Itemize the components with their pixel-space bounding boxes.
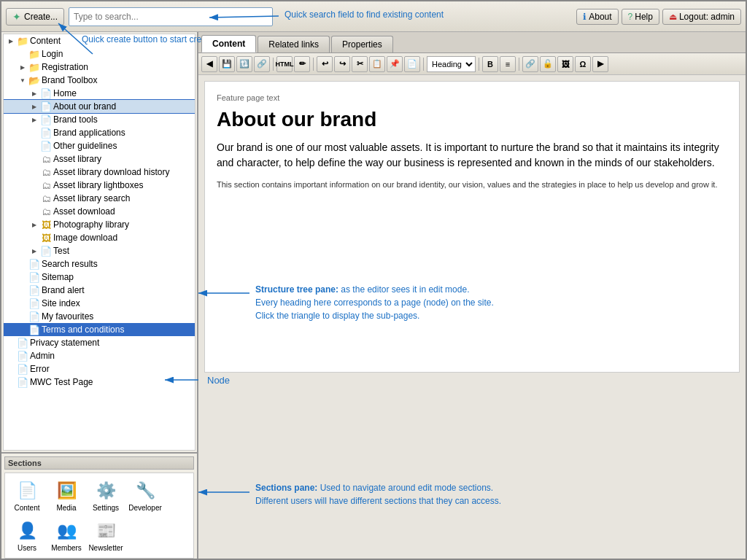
section-icon-settings[interactable]: ⚙️Settings xyxy=(87,476,125,515)
tree-item-error[interactable]: 📄Error xyxy=(4,362,195,376)
logout-label: Logout: admin xyxy=(679,12,735,22)
tab-bar: ContentRelated linksProperties xyxy=(198,32,746,53)
tree-label-photography-library: Photography library xyxy=(53,219,129,230)
about-button[interactable]: ℹ About xyxy=(576,9,618,25)
sep3 xyxy=(423,58,424,71)
tree-label-asset-library: Asset library xyxy=(53,154,101,164)
section-icon-developer[interactable]: 🔧Developer xyxy=(126,476,164,515)
tree-item-brand-applications[interactable]: 📄Brand applications xyxy=(4,126,195,139)
section-icon-label-users: Users xyxy=(18,544,36,552)
tree-item-brand-toolbox[interactable]: ▼📂Brand Toolbox xyxy=(4,74,195,87)
section-icon-img-newsletter: 📰 xyxy=(94,519,117,542)
tree-item-sitemap[interactable]: 📄Sitemap xyxy=(4,271,195,284)
list-button[interactable]: ≡ xyxy=(500,56,516,72)
section-icon-content[interactable]: 📄Content xyxy=(8,476,46,515)
tree-item-test[interactable]: ▶📄Test xyxy=(4,244,195,257)
edit-button[interactable]: ✏ xyxy=(294,56,310,72)
logout-button[interactable]: ⏏ Logout: admin xyxy=(662,9,741,25)
left-panel: ▶📁Content📁Login▶📁Registration▼📂Brand Too… xyxy=(1,32,198,560)
link-button[interactable]: 🔗 xyxy=(254,56,270,72)
tree-item-mwc-test-page[interactable]: 📄MWC Test Page xyxy=(4,376,195,389)
tree-label-test: Test xyxy=(53,246,69,256)
section-icon-img-developer: 🔧 xyxy=(133,479,157,502)
paste2-button[interactable]: 📄 xyxy=(404,56,420,72)
section-icon-img-users: 👤 xyxy=(15,519,39,542)
content-paragraph1: Our brand is one of our most valuable as… xyxy=(217,140,727,171)
image-button[interactable]: 🖼 xyxy=(557,56,573,72)
tree-item-privacy-statement[interactable]: 📄Privacy statement xyxy=(4,336,195,349)
undo-button[interactable]: ↩ xyxy=(317,56,333,72)
tree-item-asset-library-search[interactable]: 🗂Asset library search xyxy=(4,192,195,205)
tree-item-about-our-brand[interactable]: ▶📄About our brand xyxy=(4,100,195,113)
tree-item-brand-alert[interactable]: 📄Brand alert xyxy=(4,284,195,297)
section-icon-img-content: 📄 xyxy=(15,479,39,502)
tree-item-image-download[interactable]: 🖼Image download xyxy=(4,231,195,244)
tree-label-home: Home xyxy=(53,88,77,98)
tree-item-photography-library[interactable]: ▶🖼Photography library xyxy=(4,218,195,231)
sep4 xyxy=(479,58,479,71)
tree-item-asset-library-lightboxes[interactable]: 🗂Asset library lightboxes xyxy=(4,179,195,192)
link2-button[interactable]: 🔗 xyxy=(522,56,538,72)
cut-button[interactable]: ✂ xyxy=(352,56,368,72)
unlink-button[interactable]: 🔓 xyxy=(540,56,556,72)
tree-arrow-registration[interactable]: ▶ xyxy=(18,64,27,71)
tree-icon-search-results: 📄 xyxy=(28,258,40,270)
tree-item-admin[interactable]: 📄Admin xyxy=(4,349,195,362)
tree-label-my-favourites: My favourites xyxy=(42,311,93,322)
tree-item-brand-tools[interactable]: ▶📄Brand tools xyxy=(4,113,195,126)
bold-button[interactable]: B xyxy=(482,56,498,72)
refresh-button[interactable]: 🔃 xyxy=(236,56,252,72)
symbol-button[interactable]: Ω xyxy=(575,56,591,72)
tree-item-home[interactable]: ▶📄Home xyxy=(4,87,195,100)
section-icon-img-members: 👥 xyxy=(55,519,78,542)
section-icon-members[interactable]: 👥Members xyxy=(47,516,85,555)
tree-icon-login: 📁 xyxy=(28,48,40,60)
tree-item-my-favourites[interactable]: 📄My favourites xyxy=(4,310,195,323)
help-button[interactable]: ? Help xyxy=(622,9,659,25)
search-input[interactable] xyxy=(69,7,273,26)
tree-item-terms-and-conditions[interactable]: 📄Terms and conditions xyxy=(4,323,195,336)
tree-icon-brand-alert: 📄 xyxy=(28,284,40,296)
tree-item-site-index[interactable]: 📄Site index xyxy=(4,297,195,310)
tab-related-links[interactable]: Related links xyxy=(258,36,330,52)
redo-button[interactable]: ↪ xyxy=(334,56,350,72)
section-icon-media[interactable]: 🖼️Media xyxy=(47,476,85,515)
tree-icon-site-index: 📄 xyxy=(28,298,40,309)
tree-arrow-test[interactable]: ▶ xyxy=(30,248,39,254)
sep1 xyxy=(273,58,274,71)
tree-item-search-results[interactable]: 📄Search results xyxy=(4,257,195,271)
tree-icon-privacy-statement: 📄 xyxy=(17,337,28,349)
tree-arrow-content[interactable]: ▶ xyxy=(7,38,15,44)
tree-item-asset-download[interactable]: 🗂Asset download xyxy=(4,205,195,218)
tree-item-asset-library-download-history[interactable]: 🗂Asset library download history xyxy=(4,166,195,179)
section-icon-users[interactable]: 👤Users xyxy=(8,516,46,555)
heading-select[interactable]: Heading xyxy=(427,56,476,72)
more-button[interactable]: ▶ xyxy=(592,56,608,72)
create-button[interactable]: ✦ Create... xyxy=(6,8,64,26)
tree-item-registration[interactable]: ▶📁Registration xyxy=(4,61,195,74)
tree-arrow-brand-toolbox[interactable]: ▼ xyxy=(18,77,27,84)
tree-arrow-brand-tools[interactable]: ▶ xyxy=(30,117,39,123)
prev-button[interactable]: ◀ xyxy=(201,56,217,72)
tree-item-asset-library[interactable]: 🗂Asset library xyxy=(4,152,195,166)
section-icon-newsletter[interactable]: 📰Newsletter xyxy=(87,516,125,555)
tree-item-content[interactable]: ▶📁Content xyxy=(4,34,195,47)
tree-arrow-about-our-brand[interactable]: ▶ xyxy=(30,104,39,110)
tree-item-login[interactable]: 📁Login xyxy=(4,47,195,61)
tree-label-content: Content xyxy=(30,36,61,46)
section-icon-label-content: Content xyxy=(14,504,39,512)
content-label: Feature page text xyxy=(217,93,727,102)
tree-label-brand-tools: Brand tools xyxy=(53,114,98,125)
paste-button[interactable]: 📌 xyxy=(387,56,403,72)
tree-arrow-home[interactable]: ▶ xyxy=(30,90,39,97)
save-button[interactable]: 💾 xyxy=(219,56,235,72)
tree-item-other-guidelines[interactable]: 📄Other guidelines xyxy=(4,139,195,152)
tab-properties[interactable]: Properties xyxy=(331,36,393,52)
tree-icon-asset-download: 🗂 xyxy=(40,206,52,217)
tab-content[interactable]: Content xyxy=(201,35,256,52)
tree-panel[interactable]: ▶📁Content📁Login▶📁Registration▼📂Brand Too… xyxy=(3,34,196,451)
tree-arrow-photography-library[interactable]: ▶ xyxy=(30,222,39,228)
html-button[interactable]: HTML xyxy=(276,56,293,72)
copy-button[interactable]: 📋 xyxy=(369,56,385,72)
tree-icon-home: 📄 xyxy=(40,88,52,99)
